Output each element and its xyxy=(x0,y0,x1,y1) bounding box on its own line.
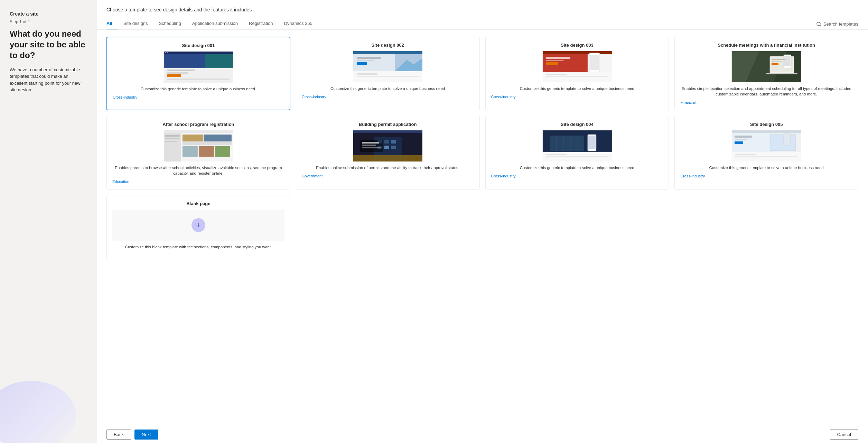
svg-rect-51 xyxy=(165,138,180,139)
svg-rect-94 xyxy=(784,133,791,145)
tabs: All Site designs Scheduling Application … xyxy=(106,18,318,29)
template-tag[interactable]: Cross-industry xyxy=(302,95,474,99)
template-title: Site design 004 xyxy=(491,122,663,127)
template-card-site-design-001[interactable]: Site design 001 xyxy=(106,37,290,110)
template-preview xyxy=(112,130,284,161)
template-card-site-design-003[interactable]: Site design 003 xyxy=(485,37,669,110)
svg-rect-89 xyxy=(735,136,752,138)
svg-rect-17 xyxy=(357,60,374,61)
svg-rect-34 xyxy=(546,76,608,77)
template-title: After school program registration xyxy=(112,122,284,127)
svg-rect-14 xyxy=(353,51,422,54)
svg-rect-22 xyxy=(357,73,377,75)
svg-rect-93 xyxy=(771,135,795,150)
template-card-after-school[interactable]: After school program registration xyxy=(106,116,290,190)
template-preview xyxy=(302,130,474,161)
svg-rect-27 xyxy=(546,57,570,59)
svg-rect-33 xyxy=(546,74,567,75)
footer-left: Back Next xyxy=(106,430,158,440)
svg-rect-90 xyxy=(735,139,747,140)
svg-rect-74 xyxy=(542,130,612,133)
svg-line-1 xyxy=(820,25,821,26)
cancel-button[interactable]: Cancel xyxy=(830,430,858,440)
sidebar-description: We have a number of customizable templat… xyxy=(10,66,87,93)
template-description: Enables parents to browse after school a… xyxy=(112,165,284,176)
template-title: Site design 001 xyxy=(113,43,284,48)
svg-rect-82 xyxy=(588,136,595,149)
svg-rect-57 xyxy=(183,135,203,141)
template-card-site-design-004[interactable]: Site design 004 xyxy=(485,116,669,190)
template-title: Site design 003 xyxy=(491,43,663,48)
template-card-site-design-002[interactable]: Site design 002 xyxy=(296,37,480,110)
template-card-blank-page[interactable]: Blank page + Customize this blank templa… xyxy=(106,195,290,259)
template-description: Customize this generic template to solve… xyxy=(491,165,663,170)
template-description: Customize this generic template to solve… xyxy=(491,86,663,91)
template-preview: + xyxy=(112,210,284,241)
svg-rect-87 xyxy=(732,130,801,133)
step-indicator: Step 1 of 2 xyxy=(10,19,87,24)
svg-rect-91 xyxy=(735,141,743,144)
template-tag[interactable]: Cross-industry xyxy=(113,95,284,99)
svg-rect-97 xyxy=(735,156,797,157)
svg-rect-43 xyxy=(784,56,791,66)
svg-rect-72 xyxy=(362,147,381,148)
sidebar-decoration xyxy=(0,381,76,443)
tab-registration[interactable]: Registration xyxy=(243,18,278,29)
svg-rect-71 xyxy=(362,145,376,146)
template-card-building-permit[interactable]: Building permit application xyxy=(296,116,480,190)
svg-rect-46 xyxy=(772,63,778,65)
app-title: Create a site xyxy=(10,11,87,17)
back-button[interactable]: Back xyxy=(106,430,131,440)
tab-site-designs[interactable]: Site designs xyxy=(118,18,153,29)
template-description: Customize this generic template to solve… xyxy=(113,86,284,92)
svg-rect-64 xyxy=(391,140,396,144)
next-button[interactable]: Next xyxy=(134,430,158,440)
template-card-schedule-meetings[interactable]: Schedule meetings with a financial insti… xyxy=(674,37,858,110)
search-placeholder: Search templates xyxy=(823,21,858,27)
svg-rect-85 xyxy=(546,156,608,157)
svg-rect-76 xyxy=(549,136,584,151)
template-tag[interactable]: Government xyxy=(302,174,474,178)
tab-dynamics-365[interactable]: Dynamics 365 xyxy=(278,18,318,29)
svg-rect-67 xyxy=(391,146,396,149)
blank-page-plus: + xyxy=(192,218,205,232)
svg-rect-11 xyxy=(167,74,181,77)
svg-rect-23 xyxy=(357,76,419,77)
svg-rect-48 xyxy=(164,130,233,133)
template-description: Customize this generic template to solve… xyxy=(680,165,852,170)
footer: Back Next Cancel xyxy=(97,426,868,443)
template-title: Blank page xyxy=(112,201,284,206)
template-tag[interactable]: Financial xyxy=(680,100,852,104)
svg-rect-68 xyxy=(353,155,422,161)
template-title: Site design 002 xyxy=(302,43,474,48)
svg-rect-29 xyxy=(546,62,558,65)
template-tag[interactable]: Cross-industry xyxy=(680,174,852,178)
svg-rect-7 xyxy=(205,54,233,68)
svg-rect-3 xyxy=(164,52,233,54)
svg-rect-60 xyxy=(353,130,422,133)
template-card-site-design-005[interactable]: Site design 005 xyxy=(674,116,858,190)
tab-application-submission[interactable]: Application submission xyxy=(187,18,243,29)
search-icon xyxy=(816,22,821,27)
template-tag[interactable]: Education xyxy=(112,179,284,184)
svg-rect-56 xyxy=(215,146,230,157)
svg-rect-70 xyxy=(362,142,379,144)
search-area[interactable]: Search templates xyxy=(816,21,858,29)
svg-rect-41 xyxy=(766,73,797,74)
svg-rect-9 xyxy=(167,70,195,71)
svg-rect-28 xyxy=(546,60,563,61)
svg-rect-18 xyxy=(357,62,367,65)
template-description: Customize this blank template with the s… xyxy=(112,244,284,250)
svg-rect-55 xyxy=(199,146,214,157)
template-description: Enables simple location selection and ap… xyxy=(680,86,852,97)
svg-rect-66 xyxy=(384,146,389,149)
tabs-row: All Site designs Scheduling Application … xyxy=(106,18,858,29)
tab-all[interactable]: All xyxy=(106,18,118,29)
svg-rect-12 xyxy=(167,79,230,80)
sidebar: Create a site Step 1 of 2 What do you ne… xyxy=(0,0,97,443)
template-tag[interactable]: Cross-industry xyxy=(491,174,663,178)
svg-rect-49 xyxy=(164,133,181,161)
template-preview xyxy=(680,51,852,82)
template-tag[interactable]: Cross-industry xyxy=(491,95,663,99)
tab-scheduling[interactable]: Scheduling xyxy=(153,18,186,29)
